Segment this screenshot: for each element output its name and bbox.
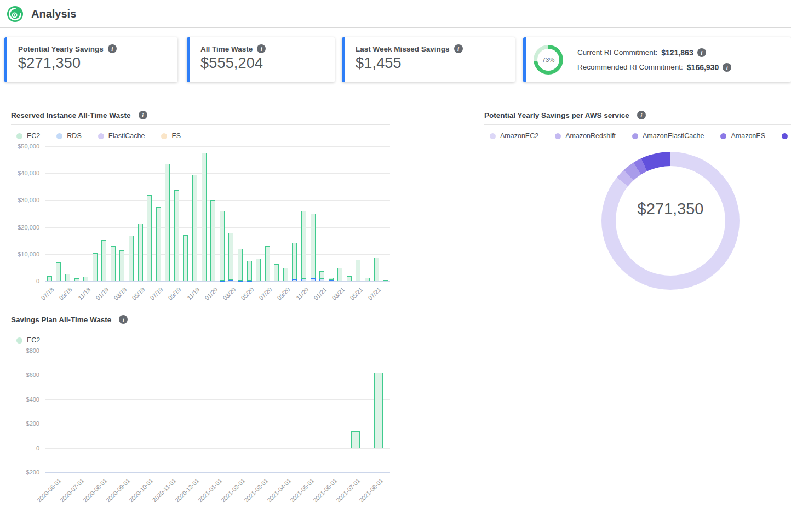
legend-item-amazonredshift[interactable]: AmazonRedshift (555, 132, 616, 140)
legend-item-es[interactable]: ES (161, 132, 181, 140)
legend-item-ec2[interactable]: EC2 (16, 336, 40, 344)
bar-ec2-09/19[interactable] (174, 190, 179, 281)
gridline (45, 448, 390, 449)
bar-ec2-03/21[interactable] (337, 268, 342, 281)
chart-title-row: Reserved Instance All-Time Waste i (11, 111, 390, 125)
bar-ec2-02/21[interactable] (329, 278, 334, 280)
x-tick-label: 05/19 (131, 286, 146, 301)
bar-ec2-08/19[interactable] (165, 164, 170, 281)
bar-ec2-06/20[interactable] (256, 259, 261, 281)
bar-ec2-10/19[interactable] (183, 235, 188, 281)
bar-ec2-02/20[interactable] (220, 211, 225, 280)
x-tick-label: 2021-01-01 (197, 477, 223, 504)
bar-ec2-11/19[interactable] (192, 175, 197, 281)
legend-item-amazonelasticache[interactable]: AmazonElastiCache (632, 132, 704, 140)
bar-ec2-2021-07-01[interactable] (351, 431, 360, 448)
gridline (45, 399, 390, 400)
bar-ec2-03/20[interactable] (228, 233, 233, 280)
bar-ec2-03/19[interactable] (119, 250, 124, 281)
bar-ec2-06/21[interactable] (365, 278, 370, 281)
info-icon[interactable]: i (119, 315, 128, 324)
bar-ec2-07/19[interactable] (156, 207, 161, 281)
x-tick-label: 07/21 (367, 286, 382, 301)
bar-ec2-04/19[interactable] (129, 236, 134, 281)
bar-ec2-09/18[interactable] (65, 274, 70, 281)
bar-ec2-02/19[interactable] (111, 246, 116, 281)
bar-ec2-06/19[interactable] (147, 195, 152, 281)
x-tick-label: 01/21 (312, 286, 328, 301)
bar-rds-01/21[interactable] (319, 279, 324, 281)
bar-ec2-08/21[interactable] (383, 280, 388, 281)
x-tick-label: 11/18 (77, 286, 91, 301)
x-tick-label: 2021-03-01 (243, 477, 269, 504)
sp-all-time-waste-plot: $800$600$400$2000-$2002020-06-012020-07-… (45, 351, 390, 472)
bar-ec2-01/19[interactable] (101, 240, 106, 281)
bar-rds-05/20[interactable] (247, 281, 252, 282)
x-tick-label: 09/19 (167, 286, 182, 301)
bar-ec2-12/19[interactable] (202, 153, 207, 281)
x-tick-label: 2020-12-01 (174, 477, 200, 504)
bar-rds-03/20[interactable] (228, 280, 233, 281)
recommended-ri-value: $166,930 (687, 63, 719, 72)
bar-ec2-05/20[interactable] (247, 261, 252, 280)
bar-rds-10/20[interactable] (292, 279, 297, 281)
bar-rds-04/20[interactable] (238, 281, 243, 282)
legend-label: AmazonElastiCache (643, 132, 704, 140)
bar-rds-02/21[interactable] (329, 280, 334, 281)
info-icon[interactable]: i (257, 44, 266, 53)
info-icon[interactable]: i (723, 63, 731, 72)
bar-ec2-01/20[interactable] (210, 200, 215, 281)
bar-ec2-09/20[interactable] (283, 268, 288, 281)
bar-ec2-11/20[interactable] (301, 211, 306, 279)
bar-ec2-07/21[interactable] (374, 258, 379, 281)
legend-label: AmazonRedshift (565, 132, 616, 140)
spot-logo-icon (7, 5, 24, 22)
x-tick-label: 05/21 (349, 286, 364, 301)
kpi-cards-row: Potential Yearly Savings i $271,350 All … (4, 37, 791, 82)
bar-ec2-10/20[interactable] (292, 243, 297, 279)
kpi-card-last-week-missed-savings: Last Week Missed Savings i $1,455 (342, 37, 515, 82)
legend-label: AmazonEC2 (500, 132, 538, 140)
bar-ec2-11/18[interactable] (83, 277, 88, 281)
bar-rds-02/20[interactable] (220, 281, 225, 282)
info-icon[interactable]: i (697, 48, 706, 57)
info-icon[interactable]: i (139, 111, 147, 119)
x-tick-label: 2020-09-01 (105, 477, 131, 504)
legend-item-amazonrds[interactable]: AmazonRDS (782, 132, 791, 140)
legend-item-rds[interactable]: RDS (56, 132, 81, 140)
legend-item-amazonec2[interactable]: AmazonEC2 (490, 132, 538, 140)
legend-item-elasticache[interactable]: ElastiCache (98, 132, 145, 140)
bar-ec2-05/21[interactable] (356, 260, 360, 281)
x-tick-label: 09/18 (58, 286, 73, 301)
bar-ec2-08/20[interactable] (274, 264, 279, 281)
bar-ec2-2021-08-01[interactable] (374, 373, 383, 448)
bar-ec2-07/20[interactable] (265, 246, 270, 281)
legend-label: ES (171, 132, 181, 140)
legend-item-ec2[interactable]: EC2 (16, 132, 40, 140)
donut-chart[interactable]: $271,350 (601, 152, 740, 290)
bar-ec2-05/19[interactable] (138, 224, 143, 281)
bar-rds-12/20[interactable] (311, 278, 316, 281)
app-header: Analysis (0, 0, 791, 28)
y-tick-label: 0 (11, 445, 39, 451)
bar-ec2-10/18[interactable] (74, 278, 79, 281)
bar-ec2-07/18[interactable] (47, 276, 52, 281)
bar-rds-11/20[interactable] (301, 279, 306, 281)
legend-dot (632, 133, 638, 139)
bar-ec2-08/18[interactable] (56, 262, 61, 281)
bar-ec2-04/20[interactable] (238, 249, 243, 281)
info-icon[interactable]: i (108, 44, 117, 53)
legend-dot (720, 133, 726, 139)
bar-ec2-01/21[interactable] (319, 271, 324, 279)
legend-item-amazones[interactable]: AmazonES (720, 132, 765, 140)
bar-ec2-12/18[interactable] (93, 253, 98, 281)
bar-ec2-12/20[interactable] (311, 214, 316, 278)
y-tick-label: $600 (11, 371, 39, 378)
bar-ec2-04/21[interactable] (347, 276, 352, 281)
x-tick-label: 2021-08-01 (358, 477, 384, 504)
x-tick-label: 2020-08-01 (82, 477, 108, 504)
info-icon[interactable]: i (637, 111, 646, 119)
x-tick-label: 11/19 (186, 286, 200, 301)
info-icon[interactable]: i (454, 44, 463, 53)
kpi-label-text: Potential Yearly Savings (18, 45, 104, 53)
